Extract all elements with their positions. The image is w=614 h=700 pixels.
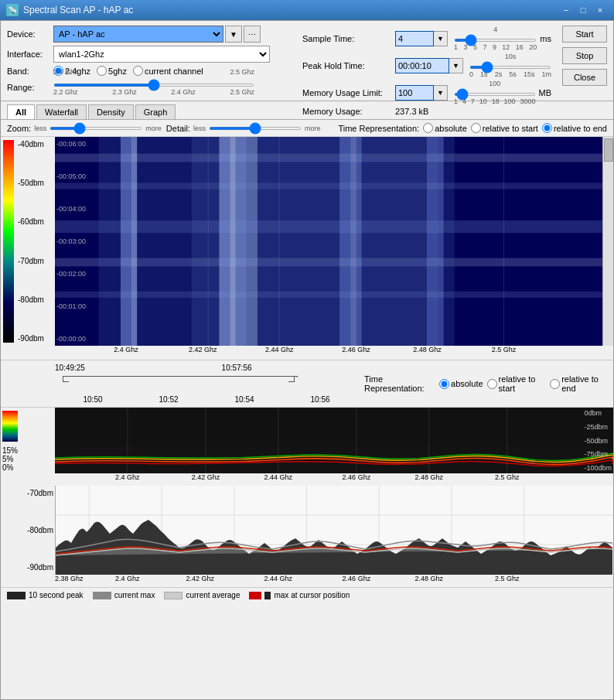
- time-rep-end-bottom-label[interactable]: relative to end: [550, 374, 607, 393]
- time-rep-absolute-label-top[interactable]: absolute: [423, 123, 467, 133]
- density-dbm-1: -25dbm: [584, 423, 612, 431]
- time-rep-end-top[interactable]: [542, 123, 552, 133]
- close-button-panel[interactable]: Close: [562, 69, 607, 86]
- peak-hold-slider-area: 10s 01s2s5s15s1m: [469, 53, 551, 78]
- density-scale: 15% 5% 0%: [1, 408, 55, 473]
- tab-waterfall[interactable]: Waterfall: [36, 104, 87, 119]
- memory-limit-input[interactable]: [395, 85, 434, 101]
- zoom-slider[interactable]: [49, 127, 142, 130]
- sample-time-arrow[interactable]: ▼: [434, 31, 448, 46]
- detail-label: Detail:: [166, 124, 190, 133]
- device-select[interactable]: AP - hAP ac: [53, 26, 223, 43]
- dbm-label-40: -40dbm: [18, 140, 53, 149]
- peak-hold-input[interactable]: [395, 58, 449, 73]
- waterfall-canvas: -00:06:00 -00:05:00 -00:04:00 -00:03:00 …: [55, 137, 602, 346]
- waterfall-time-labels: -00:06:00 -00:05:00 -00:04:00 -00:03:00 …: [56, 137, 86, 346]
- legend-10s-peak-color: [7, 592, 26, 599]
- density-freq-1: 2.42 Ghz: [192, 473, 220, 481]
- peak-hold-slider[interactable]: [469, 66, 551, 69]
- device-refresh-button[interactable]: ▼: [225, 26, 242, 43]
- time-rep-absolute-top[interactable]: [423, 123, 433, 133]
- memory-limit-slider[interactable]: [454, 93, 536, 96]
- interface-label: Interface:: [7, 50, 53, 59]
- start-button[interactable]: Start: [562, 26, 607, 43]
- dbm-scale: -40dbm -50dbm -60dbm -70dbm -80dbm -90db…: [16, 137, 55, 346]
- wf-freq-1: 2.42 Ghz: [189, 346, 217, 353]
- maximize-button[interactable]: □: [575, 2, 591, 18]
- wf-freq-4: 2.48 Ghz: [413, 346, 442, 353]
- density-freq-labels: 2.4 Ghz 2.42 Ghz 2.44 Ghz 2.46 Ghz 2.48 …: [55, 473, 613, 486]
- tab-density[interactable]: Density: [88, 104, 134, 119]
- graph-dbm-80: -80dbm: [2, 526, 53, 534]
- legend-max-cursor-color-red: [249, 592, 261, 599]
- stop-button[interactable]: Stop: [562, 47, 607, 64]
- memory-usage-value: 237.3 kB: [395, 107, 428, 116]
- time-rep-start-bottom[interactable]: [487, 379, 497, 389]
- density-freq-4: 2.48 Ghz: [414, 473, 443, 481]
- time-rep-abs-bottom[interactable]: [439, 379, 449, 389]
- device-label: Device:: [7, 29, 53, 39]
- tab-all[interactable]: All: [7, 104, 35, 119]
- memory-limit-row: Memory Usage Limit: ▼ 100 14710181003000…: [302, 80, 551, 105]
- band-label: Band:: [7, 67, 53, 76]
- density-dbm-labels: 0dbm -25dbm -50dbm -75dbm -100dbm: [584, 408, 612, 473]
- svg-rect-13: [131, 137, 137, 346]
- range-slider-container: 2.4 Ghz 2.5 Ghz 2.2 Ghz 2.3 Ghz 2.4 Ghz …: [53, 79, 254, 96]
- svg-rect-23: [55, 447, 613, 473]
- graph-dbm-70: -70dbm: [2, 489, 53, 497]
- waterfall-scrollbar[interactable]: [602, 137, 613, 346]
- sample-time-mark: 4: [454, 26, 537, 33]
- legend-max-cursor: max at cursor position: [249, 591, 350, 599]
- range-slider[interactable]: [53, 84, 254, 87]
- zoom-detail-bar: Zoom: less more Detail: less more Time R…: [1, 120, 613, 137]
- legend-current-max: current max: [93, 591, 155, 599]
- tab-graph[interactable]: Graph: [135, 104, 176, 119]
- window-title: Spectral Scan AP - hAP ac: [23, 5, 558, 15]
- graph-section: -70dbm -80dbm -90dbm: [1, 486, 613, 575]
- time-rep-start-label-top[interactable]: relative to start: [471, 123, 538, 133]
- time-rep-abs-bottom-label[interactable]: absolute: [439, 379, 483, 389]
- bracket-right: [288, 376, 295, 382]
- sample-time-unit: ms: [540, 34, 551, 43]
- peak-hold-row: Peak Hold Time: ▼ 10s 01s2s5s15s1m: [302, 53, 551, 78]
- detail-slider[interactable]: [209, 127, 302, 130]
- legend-current-max-label: current max: [114, 591, 155, 599]
- wf-freq-0: 2.4 Ghz: [114, 346, 138, 353]
- memory-limit-arrow[interactable]: ▼: [434, 85, 448, 101]
- minimize-button[interactable]: −: [558, 2, 574, 18]
- wf-time-3: -00:03:00: [56, 237, 86, 245]
- detail-more: more: [305, 125, 321, 132]
- range-label: Range:: [7, 83, 53, 92]
- time-tick-2: 10:54: [234, 395, 254, 404]
- device-config-button[interactable]: ⋯: [244, 26, 261, 43]
- time-rep-start-top[interactable]: [471, 123, 481, 133]
- legend-current-avg: current average: [164, 591, 240, 599]
- graph-canvas: [55, 486, 613, 575]
- waterfall-svg: [55, 137, 602, 346]
- legend-10s-peak-label: 10 second peak: [29, 591, 84, 599]
- time-rep-start-bottom-label[interactable]: relative to start: [487, 374, 547, 393]
- density-pct-15: 15%: [2, 446, 53, 455]
- wf-freq-3: 2.46 Ghz: [342, 346, 370, 353]
- scrollbar-thumb[interactable]: [604, 138, 613, 162]
- time-rep-end-bottom[interactable]: [550, 379, 560, 389]
- time-rep-top: Time Representation: absolute relative t…: [338, 123, 607, 133]
- time-rep-bottom: Time Representation: absolute relative t…: [358, 360, 613, 407]
- wf-freq-5: 2.5 Ghz: [492, 346, 517, 353]
- interface-select[interactable]: wlan1-2Ghz: [53, 46, 270, 63]
- close-button[interactable]: ×: [592, 2, 608, 18]
- time-rep-end-label-top[interactable]: relative to end: [542, 123, 607, 133]
- peak-hold-arrow[interactable]: ▼: [449, 58, 463, 73]
- time-end: 10:57:56: [222, 364, 252, 372]
- graph-freq-axis: 2.38 Ghz 2.4 Ghz 2.42 Ghz 2.44 Ghz 2.46 …: [55, 575, 613, 587]
- range-max: 2.5 Ghz: [230, 88, 254, 96]
- wf-freq-2: 2.44 Ghz: [265, 346, 294, 353]
- sample-time-slider-area: 4 13579121620: [454, 26, 537, 51]
- sample-time-slider[interactable]: [454, 39, 537, 42]
- range-min: 2.2 Ghz: [53, 88, 78, 96]
- dbm-label-90: -90dbm: [18, 334, 53, 343]
- time-tick-3: 10:56: [310, 395, 329, 404]
- wf-time-0: -00:06:00: [56, 140, 86, 148]
- sample-time-input[interactable]: [395, 31, 434, 46]
- dbm-label-60: -60dbm: [18, 217, 53, 226]
